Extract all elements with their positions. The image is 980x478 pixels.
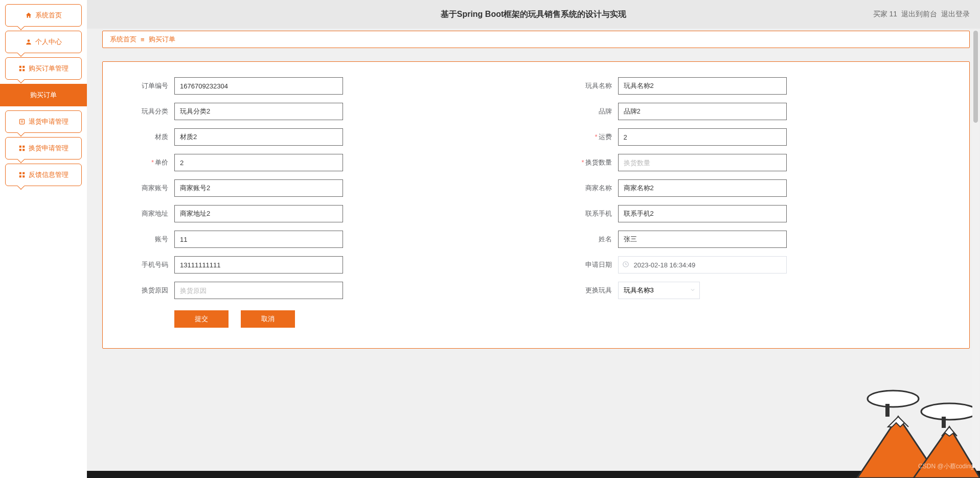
breadcrumb-home[interactable]: 系统首页 bbox=[110, 35, 136, 44]
label-name: 姓名 bbox=[567, 235, 618, 244]
svg-rect-18 bbox=[942, 417, 946, 428]
input-contact-phone[interactable] bbox=[618, 205, 787, 222]
svg-point-17 bbox=[921, 403, 977, 420]
nav-label: 反馈信息管理 bbox=[29, 170, 69, 179]
label-apply-date: 申请日期 bbox=[567, 260, 618, 269]
page-title: 基于Spring Boot框架的玩具销售系统的设计与实现 bbox=[441, 9, 627, 20]
label-seller-address: 商家地址 bbox=[123, 209, 174, 218]
svg-rect-1 bbox=[19, 66, 21, 68]
input-apply-date[interactable] bbox=[618, 256, 787, 274]
label-shipping: *运费 bbox=[567, 132, 618, 142]
form-panel: 订单编号 玩具名称 玩具分类 品牌 材质 *运费 bbox=[102, 61, 970, 349]
nav-profile[interactable]: 个人中心 bbox=[5, 31, 82, 53]
label-contact-phone: 联系手机 bbox=[567, 209, 618, 218]
grid-icon bbox=[18, 145, 26, 152]
svg-rect-10 bbox=[19, 172, 21, 174]
nav-label: 购买订单管理 bbox=[29, 64, 69, 73]
input-exchange-reason[interactable] bbox=[174, 282, 343, 299]
scrollbar[interactable] bbox=[972, 31, 979, 468]
grid-icon bbox=[18, 65, 26, 72]
label-exchange-reason: 换货原因 bbox=[123, 286, 174, 295]
nav-order-mgmt[interactable]: 购买订单管理 bbox=[5, 57, 82, 80]
select-replace-toy[interactable] bbox=[618, 282, 700, 299]
user-label[interactable]: 买家 11 bbox=[873, 10, 897, 19]
input-phone[interactable] bbox=[174, 256, 343, 274]
home-icon bbox=[25, 12, 32, 19]
svg-point-0 bbox=[28, 39, 30, 42]
label-seller-account: 商家账号 bbox=[123, 184, 174, 193]
footer-bar bbox=[87, 471, 980, 478]
nav-label: 购买订单 bbox=[30, 90, 57, 100]
label-toy-category: 玩具分类 bbox=[123, 107, 174, 116]
nav-return-mgmt[interactable]: 退货申请管理 bbox=[5, 110, 82, 133]
input-order-no[interactable] bbox=[174, 77, 343, 95]
label-material: 材质 bbox=[123, 132, 174, 142]
input-seller-account[interactable] bbox=[174, 179, 343, 197]
logout-link[interactable]: 退出登录 bbox=[941, 10, 970, 19]
svg-rect-2 bbox=[22, 66, 25, 68]
grid-icon bbox=[18, 171, 26, 178]
label-seller-name: 商家名称 bbox=[567, 184, 618, 193]
nav-label: 个人中心 bbox=[35, 37, 62, 47]
scrollbar-thumb[interactable] bbox=[973, 31, 978, 123]
list-icon bbox=[18, 118, 26, 125]
label-account: 账号 bbox=[123, 235, 174, 244]
label-phone: 手机号码 bbox=[123, 260, 174, 269]
breadcrumb-sep-icon: ≡ bbox=[141, 36, 145, 43]
input-exchange-qty[interactable] bbox=[618, 154, 787, 171]
label-order-no: 订单编号 bbox=[123, 81, 174, 90]
input-toy-category[interactable] bbox=[174, 103, 343, 120]
input-seller-name[interactable] bbox=[618, 179, 787, 197]
breadcrumb-current: 购买订单 bbox=[149, 35, 175, 44]
label-brand: 品牌 bbox=[567, 107, 618, 116]
input-brand[interactable] bbox=[618, 103, 787, 120]
label-replace-toy: 更换玩具 bbox=[567, 286, 618, 295]
svg-rect-16 bbox=[885, 404, 890, 417]
svg-rect-7 bbox=[22, 146, 25, 148]
input-name[interactable] bbox=[618, 231, 787, 248]
user-icon bbox=[25, 38, 32, 45]
nav-home[interactable]: 系统首页 bbox=[5, 4, 82, 27]
cancel-button[interactable]: 取消 bbox=[241, 310, 295, 328]
nav-label: 换货申请管理 bbox=[29, 144, 69, 153]
sidebar: 系统首页 个人中心 购买订单管理 购买订单 退货申请管理 bbox=[0, 0, 87, 478]
input-shipping[interactable] bbox=[618, 128, 787, 146]
svg-rect-9 bbox=[22, 149, 25, 151]
breadcrumb: 系统首页 ≡ 购买订单 bbox=[102, 31, 970, 48]
label-exchange-qty: *换货数量 bbox=[567, 158, 618, 167]
label-price: *单价 bbox=[123, 158, 174, 167]
svg-rect-8 bbox=[19, 149, 21, 151]
logout-front-link[interactable]: 退出到前台 bbox=[901, 10, 937, 19]
nav-label: 系统首页 bbox=[35, 11, 62, 20]
svg-rect-13 bbox=[22, 175, 25, 177]
label-toy-name: 玩具名称 bbox=[567, 81, 618, 90]
svg-rect-12 bbox=[19, 175, 21, 177]
nav-label: 退货申请管理 bbox=[29, 117, 69, 126]
svg-rect-6 bbox=[19, 146, 21, 148]
svg-rect-3 bbox=[19, 69, 21, 71]
clock-icon bbox=[622, 261, 629, 269]
input-account[interactable] bbox=[174, 231, 343, 248]
input-toy-name[interactable] bbox=[618, 77, 787, 95]
svg-point-15 bbox=[868, 391, 919, 407]
header: 基于Spring Boot框架的玩具销售系统的设计与实现 买家 11 退出到前台… bbox=[87, 0, 980, 29]
watermark: CSDN @小蔡coding bbox=[918, 462, 974, 471]
input-material[interactable] bbox=[174, 128, 343, 146]
svg-rect-11 bbox=[22, 172, 25, 174]
submit-button[interactable]: 提交 bbox=[174, 310, 229, 328]
nav-exchange-mgmt[interactable]: 换货申请管理 bbox=[5, 137, 82, 160]
nav-order-active[interactable]: 购买订单 bbox=[0, 84, 87, 106]
input-seller-address[interactable] bbox=[174, 205, 343, 222]
svg-rect-4 bbox=[22, 69, 25, 71]
input-price[interactable] bbox=[174, 154, 343, 171]
nav-feedback-mgmt[interactable]: 反馈信息管理 bbox=[5, 164, 82, 186]
